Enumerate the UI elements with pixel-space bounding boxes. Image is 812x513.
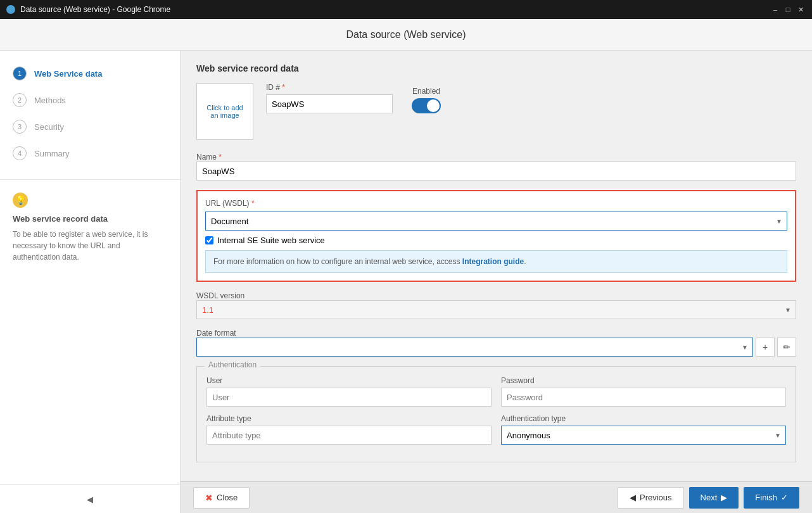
close-label: Close — [217, 493, 238, 502]
app-title: Data source (Web service) — [346, 29, 466, 41]
user-password-row: User Password — [206, 376, 786, 407]
browser-icon — [6, 5, 15, 14]
url-select-wrapper: Document — [205, 212, 787, 231]
auth-type-field-group: Authentication type Anonymous Basic Bear… — [501, 414, 786, 445]
next-button[interactable]: Next ▶ — [689, 487, 739, 509]
section-title: Web service record data — [196, 63, 796, 73]
internal-se-checkbox-row: Internal SE Suite web service — [205, 236, 787, 245]
minimize-button[interactable]: – — [770, 4, 780, 15]
attr-type-label: Attribute type — [206, 414, 492, 423]
window-controls: – □ ✕ — [770, 4, 806, 15]
step-4-circle: 4 — [13, 146, 27, 160]
auth-type-label: Authentication type — [501, 414, 786, 423]
name-input[interactable] — [196, 162, 796, 180]
internal-se-label: Internal SE Suite web service — [217, 236, 325, 245]
url-section: URL (WSDL) * Document Internal SE Suite … — [196, 190, 796, 282]
footer-left: ✖ Close — [193, 487, 250, 509]
next-label: Next — [701, 493, 718, 502]
content-area: Web service record data Click to add an … — [181, 51, 812, 513]
password-label: Password — [501, 376, 786, 385]
id-enabled-row: ID # * Enabled — [266, 83, 796, 113]
step-3-label: Security — [34, 122, 64, 132]
sidebar-collapse-button[interactable]: ◀ — [82, 491, 98, 507]
url-section-label: URL (WSDL) * — [205, 199, 787, 208]
step-3-circle: 3 — [13, 120, 27, 134]
toggle-knob — [427, 99, 440, 112]
sidebar-info: 💡 Web service record data To be able to … — [0, 183, 180, 484]
date-format-edit-button[interactable]: ✏ — [777, 338, 796, 357]
enabled-toggle[interactable] — [412, 98, 441, 113]
sidebar-item-methods[interactable]: 2 Methods — [0, 87, 180, 113]
auth-type-select[interactable]: Anonymous Basic Bearer — [501, 426, 786, 445]
attr-type-input[interactable] — [206, 426, 492, 445]
id-field-group: ID # * — [266, 83, 393, 113]
close-window-button[interactable]: ✕ — [796, 4, 806, 15]
info-bulb-icon: 💡 — [13, 193, 28, 208]
window-title: Data source (Web service) - Google Chrom… — [20, 5, 170, 14]
id-input[interactable] — [266, 94, 393, 113]
next-arrow-icon: ▶ — [721, 493, 727, 502]
name-label: Name * — [196, 153, 796, 162]
sidebar-item-security[interactable]: 3 Security — [0, 113, 180, 140]
name-row: Name * — [196, 153, 796, 180]
step-2-circle: 2 — [13, 93, 27, 107]
wsdl-version-label: WSDL version — [196, 291, 796, 300]
enabled-toggle-group: Enabled — [412, 87, 441, 113]
sidebar-item-summary[interactable]: 4 Summary — [0, 140, 180, 167]
finish-check-icon: ✓ — [781, 493, 788, 502]
app-header: Data source (Web service) — [0, 19, 812, 51]
date-format-select-wrapper — [196, 338, 753, 357]
sidebar-item-web-service-data[interactable]: 1 Web Service data — [0, 60, 180, 87]
close-button[interactable]: ✖ Close — [193, 487, 250, 509]
enabled-label: Enabled — [412, 87, 440, 96]
title-bar: Data source (Web service) - Google Chrom… — [0, 0, 812, 19]
content-scroll: Web service record data Click to add an … — [181, 51, 812, 481]
image-upload-placeholder[interactable]: Click to add an image — [196, 83, 253, 140]
footer-right: ◀ Previous Next ▶ Finish ✓ — [618, 487, 799, 509]
step-4-label: Summary — [34, 149, 70, 158]
finish-button[interactable]: Finish ✓ — [744, 487, 799, 509]
url-select[interactable]: Document — [205, 212, 787, 231]
footer: ✖ Close ◀ Previous Next ▶ Finish ✓ — [181, 481, 812, 513]
attr-auth-type-row: Attribute type Authentication type Anony… — [206, 414, 786, 445]
wsdl-version-select-wrapper: 1.1 1.2 — [196, 300, 796, 319]
sidebar-bottom: ◀ — [0, 484, 180, 513]
user-label: User — [206, 376, 492, 385]
maximize-button[interactable]: □ — [783, 4, 793, 15]
sidebar-divider — [0, 179, 180, 180]
password-field-group: Password — [501, 376, 786, 407]
record-top: Click to add an image ID # * Enabled — [196, 83, 796, 140]
integration-guide-link[interactable]: Integration guide — [462, 257, 524, 266]
auth-section: Authentication User Password Attribute t… — [196, 366, 796, 462]
user-field-group: User — [206, 376, 492, 407]
date-format-select[interactable] — [196, 338, 753, 357]
auth-legend: Authentication — [205, 360, 260, 369]
sidebar-info-text: To be able to register a web service, it… — [13, 229, 167, 263]
date-format-add-button[interactable]: + — [756, 338, 775, 357]
date-format-label: Date format — [196, 329, 796, 338]
attr-type-field-group: Attribute type — [206, 414, 492, 445]
previous-button[interactable]: ◀ Previous — [618, 487, 684, 509]
step-1-circle: 1 — [13, 66, 27, 80]
finish-label: Finish — [755, 493, 777, 502]
sidebar-info-title: Web service record data — [13, 214, 167, 224]
previous-label: Previous — [640, 493, 672, 502]
prev-arrow-icon: ◀ — [630, 493, 636, 502]
date-format-controls: + ✏ — [196, 338, 796, 357]
close-icon: ✖ — [205, 493, 213, 503]
info-message-text: For more information on how to configure… — [213, 257, 462, 266]
date-format-row: Date format + ✏ — [196, 329, 796, 357]
step-1-label: Web Service data — [34, 69, 102, 79]
wsdl-version-select[interactable]: 1.1 1.2 — [196, 300, 796, 319]
password-input[interactable] — [501, 388, 786, 407]
wsdl-version-row: WSDL version 1.1 1.2 — [196, 291, 796, 319]
id-label: ID # * — [266, 83, 393, 92]
internal-se-checkbox[interactable] — [205, 236, 213, 244]
info-box: For more information on how to configure… — [205, 250, 787, 273]
image-placeholder-text: Click to add an image — [202, 104, 248, 119]
sidebar-steps: 1 Web Service data 2 Methods 3 Security … — [0, 51, 180, 176]
step-2-label: Methods — [34, 96, 66, 105]
user-input[interactable] — [206, 388, 492, 407]
auth-type-select-wrapper: Anonymous Basic Bearer — [501, 426, 786, 445]
sidebar: 1 Web Service data 2 Methods 3 Security … — [0, 51, 181, 513]
